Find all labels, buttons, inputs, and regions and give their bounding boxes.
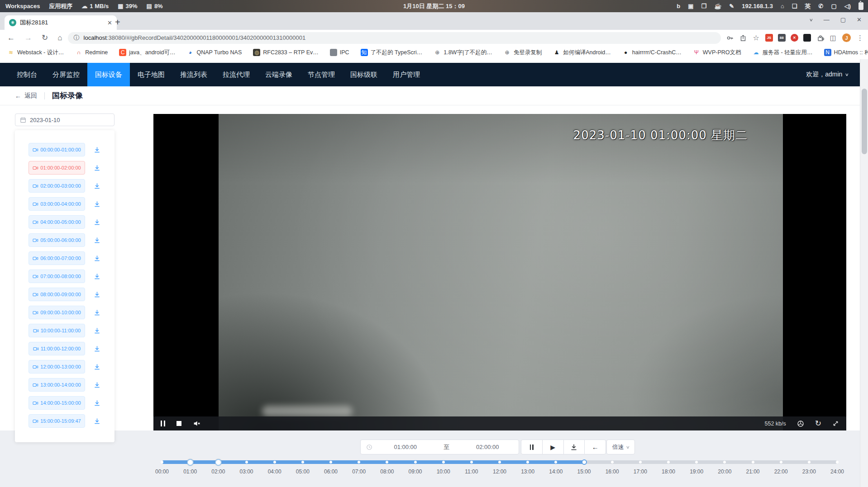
user-menu[interactable]: 欢迎，admin ∨: [806, 71, 860, 79]
copy-icon[interactable]: ❐: [701, 3, 706, 9]
bookmark-item[interactable]: 知了不起的 TypeScri…: [361, 49, 423, 57]
extensions-puzzle-icon[interactable]: [817, 34, 824, 42]
bookmark-item[interactable]: ♟如何编译Android…: [553, 49, 611, 57]
nav-tab-6[interactable]: 拉流代理: [215, 63, 258, 86]
browser-menu-icon[interactable]: ⋮: [857, 34, 863, 42]
download-button[interactable]: [563, 440, 585, 454]
record-button[interactable]: 15:00:00-15:09:47: [29, 414, 85, 428]
record-download-icon[interactable]: [94, 309, 100, 316]
nav-tab-4[interactable]: 电子地图: [130, 63, 172, 86]
nav-tab-2[interactable]: 分屏监控: [45, 63, 87, 86]
start-time-value[interactable]: 01:00:00: [374, 444, 437, 450]
record-download-icon[interactable]: [94, 382, 100, 388]
display-icon[interactable]: ▢: [831, 3, 836, 9]
bookmark-item[interactable]: ◍RFC2833 – RTP Ev…: [253, 49, 319, 56]
record-download-icon[interactable]: [94, 273, 100, 280]
window-minimize-button[interactable]: —: [824, 16, 830, 23]
clock-label[interactable]: 1月10日 星期二 15：09: [403, 2, 465, 10]
record-button[interactable]: 09:00:00-10:00:00: [29, 306, 85, 319]
back-icon[interactable]: ←: [7, 33, 15, 43]
url-bar[interactable]: ⓘ localhost :38080/#/gbRecordDetail/3402…: [68, 32, 721, 44]
speed-dropdown[interactable]: 倍速 ∨: [606, 440, 635, 454]
home-icon[interactable]: ⌂: [781, 3, 784, 9]
extension-blocker-icon[interactable]: ✕: [791, 34, 798, 42]
time-range-input[interactable]: 01:00:00 至 02:00:00: [360, 440, 519, 454]
nav-tab-7[interactable]: 云端录像: [258, 63, 300, 86]
extension-dark-icon[interactable]: [803, 34, 811, 42]
windows-stack-icon[interactable]: ❏: [792, 3, 797, 9]
record-download-icon[interactable]: [94, 165, 100, 171]
phonelink-icon[interactable]: ✆: [818, 3, 823, 9]
bing-icon[interactable]: b: [677, 3, 680, 9]
site-info-icon[interactable]: ⓘ: [74, 34, 80, 42]
bookmark-item[interactable]: ΨWVP-PRO文档: [693, 49, 741, 57]
tab-close-icon[interactable]: ✕: [107, 19, 112, 26]
record-button[interactable]: 11:00:00-12:00:00: [29, 342, 85, 355]
record-button[interactable]: 13:00:00-14:00:00: [29, 378, 85, 392]
record-button[interactable]: 05:00:00-06:00:00: [29, 233, 85, 247]
bookmark-item[interactable]: Cjava、android可…: [119, 49, 175, 57]
coffee-icon[interactable]: ☕: [714, 3, 721, 9]
record-download-icon[interactable]: [94, 201, 100, 208]
record-download-icon[interactable]: [94, 219, 100, 226]
seek-back-button[interactable]: ←: [584, 440, 606, 454]
record-download-icon[interactable]: [94, 364, 100, 370]
applications-button[interactable]: 应用程序: [49, 2, 72, 10]
record-button[interactable]: 10:00:00-11:00:00: [29, 324, 85, 337]
page-scrollbar[interactable]: [860, 59, 868, 487]
refresh-icon[interactable]: ↻: [815, 420, 821, 427]
app-window-icon[interactable]: ▣: [688, 3, 693, 9]
date-picker[interactable]: 2023-01-10: [15, 113, 114, 126]
nav-tab-10[interactable]: 用户管理: [385, 63, 428, 86]
timeline-slider[interactable]: 00:0001:0002:0003:0004:0005:0006:0007:00…: [162, 460, 837, 477]
end-time-value[interactable]: 02:00:00: [457, 444, 519, 450]
record-button[interactable]: 01:00:00-02:00:00: [29, 161, 85, 175]
ip-label[interactable]: 192.168.1.3: [742, 3, 773, 9]
bookmark-item[interactable]: ⊕1.8W字|了不起的…: [434, 49, 492, 57]
record-button[interactable]: 07:00:00-08:00:00: [29, 270, 85, 283]
color-picker-icon[interactable]: ✎: [729, 3, 734, 9]
bookmark-item[interactable]: ●hairrrrr/C-CrashC…: [622, 49, 682, 56]
record-button[interactable]: 08:00:00-09:00:00: [29, 288, 85, 301]
window-close-button[interactable]: ✕: [857, 16, 862, 23]
record-download-icon[interactable]: [94, 400, 100, 407]
record-button[interactable]: 00:00:00-01:00:00: [29, 143, 85, 156]
record-button[interactable]: 06:00:00-07:00:00: [29, 251, 85, 265]
side-panel-icon[interactable]: ◫: [830, 34, 836, 42]
bookmark-item[interactable]: ☁服务器 - 轻量应用…: [753, 49, 813, 57]
bookmark-item[interactable]: ∩Redmine: [75, 49, 108, 56]
extension-88-icon[interactable]: 88: [778, 34, 786, 42]
record-button[interactable]: 02:00:00-03:00:00: [29, 179, 85, 193]
workspaces-button[interactable]: Workspaces: [5, 3, 40, 9]
bookmark-item[interactable]: ≋Webstack - 设计…: [7, 49, 64, 57]
nav-tab-9[interactable]: 国标级联: [343, 63, 385, 86]
record-download-icon[interactable]: [94, 255, 100, 262]
record-download-icon[interactable]: [94, 345, 100, 352]
home-icon[interactable]: ⌂: [57, 33, 62, 43]
pause-icon[interactable]: [161, 421, 165, 426]
record-button[interactable]: 14:00:00-15:00:00: [29, 396, 85, 410]
timeline-handle-end[interactable]: [215, 459, 222, 466]
record-download-icon[interactable]: [94, 291, 100, 298]
play-button[interactable]: ▶: [542, 440, 564, 454]
nav-tab-3[interactable]: 国标设备: [87, 63, 130, 86]
volume-icon[interactable]: ◁): [844, 3, 851, 9]
extension-js-icon[interactable]: JS: [765, 34, 773, 42]
stop-icon[interactable]: [176, 421, 181, 426]
reload-icon[interactable]: ↻: [42, 33, 48, 43]
bookmark-item[interactable]: ◕QNAP Turbo NAS: [186, 49, 242, 56]
share-icon[interactable]: [739, 34, 747, 42]
browser-tab[interactable]: ❋ 国标28181 ✕: [5, 15, 117, 30]
record-download-icon[interactable]: [94, 237, 100, 244]
snapshot-icon[interactable]: [797, 420, 804, 427]
record-button[interactable]: 12:00:00-13:00:00: [29, 360, 85, 374]
forward-icon[interactable]: →: [24, 33, 32, 43]
fullscreen-icon[interactable]: [832, 420, 839, 427]
new-tab-button[interactable]: +: [115, 17, 120, 28]
pause-button[interactable]: [521, 440, 543, 454]
timeline-handle-start[interactable]: [187, 459, 194, 466]
nav-tab-8[interactable]: 节点管理: [300, 63, 343, 86]
video-player[interactable]: 2023-01-10 01:00:00 星期二 552 kb/s ↻: [153, 114, 846, 430]
window-maximize-button[interactable]: ▢: [840, 16, 846, 23]
profile-avatar[interactable]: J: [842, 33, 851, 42]
